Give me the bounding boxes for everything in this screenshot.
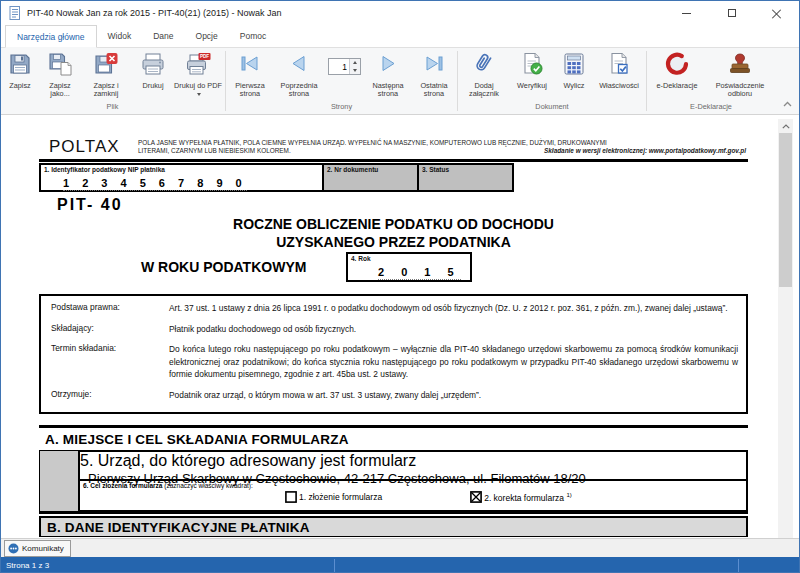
ribbon-tab-bar: Narzędzia główne Widok Dane Opcje Pomoc (1, 25, 799, 48)
checkbox-empty-icon (285, 491, 297, 503)
edeclarations-logo-icon (664, 51, 690, 81)
properties-button[interactable]: Właściwości (593, 49, 645, 90)
checkbox-checked-icon (470, 491, 482, 503)
print-button[interactable]: Drukuj (134, 49, 172, 90)
group-separator (646, 51, 647, 111)
printer-icon (140, 51, 166, 81)
next-page-button[interactable]: Następna strona (364, 49, 412, 99)
tab-dane[interactable]: Dane (142, 25, 184, 47)
legal-text: Płatnik podatku dochodowego od osób fizy… (169, 323, 738, 336)
electronic-filing-note: Składanie w wersji elektronicznej: www.p… (544, 147, 746, 155)
calculator-icon (561, 51, 587, 81)
field-nr-dokumentu: 2. Nr dokumentu (322, 163, 419, 192)
form-header-note: POLA JASNE WYPEŁNIA PŁATNIK, POLA CIEMNE… (138, 139, 746, 155)
section-a-title: A. MIEJSCE I CEL SKŁADANIA FORMULARZA (39, 428, 748, 450)
maximize-button[interactable] (709, 1, 754, 25)
header-note-line1: POLA JASNE WYPEŁNIA PŁATNIK, POLA CIEMNE… (138, 139, 746, 147)
field-status: 3. Status (417, 163, 514, 192)
previous-page-button[interactable]: Poprzednia strona (273, 49, 325, 99)
legal-label: Otrzymuje: (51, 389, 169, 402)
footnote-marker: 1) (566, 492, 571, 498)
floppy-disk-icon (7, 51, 33, 81)
application-window: PIT-40 Nowak Jan za rok 2015 - PIT-40(21… (0, 0, 800, 573)
status-divider (738, 559, 739, 572)
scrollbar-up-button[interactable] (778, 119, 793, 133)
tab-narzedzia-glowne[interactable]: Narzędzia główne (5, 25, 97, 48)
add-attachment-button[interactable]: Dodaj załącznik (459, 49, 509, 99)
section-b-title: B. DANE IDENTYFIKACYJNE PŁATNIKA (39, 516, 748, 537)
messages-tab-label: Komunikaty (22, 544, 64, 553)
legal-text: Podatnik oraz urząd, o którym mowa w art… (169, 389, 738, 402)
receipt-confirmation-button[interactable]: Poświadczenie odbioru (706, 49, 774, 99)
dropdown-caret-icon (197, 93, 201, 96)
paperclip-icon (471, 51, 497, 81)
messages-tab[interactable]: Komunikaty (4, 540, 71, 557)
spinner-up-button[interactable] (350, 59, 360, 67)
field-urzad-label: 5. Urząd, do którego adresowany jest for… (80, 452, 746, 470)
header-rule (39, 159, 748, 162)
stamp-icon (727, 51, 753, 81)
spinner-down-button[interactable] (350, 67, 360, 75)
minimize-button[interactable] (664, 1, 709, 25)
field-rok[interactable]: 4. Rok 2 0 1 5 (346, 252, 472, 282)
poltax-logo: POLTAX (49, 137, 120, 157)
next-page-icon (375, 51, 401, 81)
minimize-icon (682, 13, 691, 14)
tab-widok[interactable]: Widok (97, 25, 143, 47)
svg-text:PDF: PDF (200, 54, 209, 59)
save-button[interactable]: Zapisz (1, 49, 39, 90)
page-number-input[interactable] (329, 59, 349, 74)
checkbox-korekta-formularza[interactable]: 2. korekta formularza 1) (470, 491, 572, 503)
print-to-pdf-button[interactable]: PDF Drukuj do PDF (172, 49, 224, 99)
field-rok-value[interactable]: 2 0 1 5 (378, 266, 461, 280)
tab-opcje[interactable]: Opcje (185, 25, 229, 47)
checkbox-zlozenie-formularza[interactable]: 1. złożenie formularza (285, 491, 382, 503)
group-strony: Pierwsza strona Poprzednia strona Następ… (227, 48, 456, 114)
floppy-disk-page-icon (47, 51, 73, 81)
field-rok-label: 4. Rok (348, 254, 470, 262)
group-label-edeklaracje: E-Deklaracje (648, 102, 774, 114)
spinner-up-icon (353, 61, 357, 64)
group-label-strony: Strony (227, 102, 456, 114)
window-title: PIT-40 Nowak Jan za rok 2015 - PIT-40(21… (27, 8, 282, 18)
page-status: Strona 1 z 3 (6, 561, 49, 570)
document-properties-icon (606, 51, 632, 81)
legal-info-box: Podstawa prawna: Art. 37 ust. 1 ustawy z… (39, 294, 748, 414)
field-urzad[interactable]: 5. Urząd, do którego adresowany jest for… (78, 450, 748, 481)
scrollbar-thumb[interactable] (779, 133, 792, 287)
form-title-line1: ROCZNE OBLICZENIE PODATKU OD DOCHODU (39, 216, 748, 232)
vertical-scrollbar[interactable] (778, 119, 793, 538)
legal-text: Do końca lutego roku następującego po ro… (169, 343, 738, 381)
messages-icon (8, 543, 19, 554)
ribbon-collapse-button[interactable] (780, 98, 794, 110)
legal-label: Termin składania: (51, 343, 169, 381)
save-as-button[interactable]: Zapisz jako... (39, 49, 81, 99)
last-page-button[interactable]: Ostatnia strona (412, 49, 456, 99)
field-nip-label: 1. Identyfikator podatkowy NIP płatnika (41, 165, 322, 173)
group-dokument: Dodaj załącznik Weryfikuj Wylicz Właściw… (459, 48, 645, 114)
group-label-plik: Plik (1, 102, 224, 114)
group-edeklaracje: e-Deklaracje Poświadczenie odbioru E-Dek… (648, 48, 774, 114)
form-code: PIT- 40 (57, 196, 123, 214)
section-b: B. DANE IDENTYFIKACYJNE PŁATNIKA * - dot… (39, 512, 748, 538)
calculate-button[interactable]: Wylicz (555, 49, 593, 90)
printer-pdf-icon: PDF (185, 51, 211, 81)
edeclarations-button[interactable]: e-Deklaracje (648, 49, 706, 90)
status-divider (334, 559, 335, 572)
page-number-spinner[interactable] (328, 58, 361, 75)
legal-row: Podstawa prawna: Art. 37 ust. 1 ustawy z… (51, 302, 738, 315)
header-note-line2: LITERAMI, CZARNYM LUB NIEBIESKIM KOLOREM… (138, 147, 291, 155)
field-nip[interactable]: 1. Identyfikator podatkowy NIP płatnika … (39, 163, 324, 192)
tab-pomoc[interactable]: Pomoc (229, 25, 277, 47)
field-nip-value[interactable]: 1 2 3 4 5 6 7 8 9 0 (63, 177, 247, 191)
app-document-icon (9, 6, 21, 20)
verify-button[interactable]: Weryfikuj (509, 49, 555, 90)
group-label-dokument: Dokument (459, 102, 645, 114)
checkbox-label: 1. złożenie formularza (299, 492, 382, 502)
close-button[interactable] (754, 1, 799, 25)
group-separator (225, 51, 226, 111)
section-a: A. MIEJSCE I CEL SKŁADANIA FORMULARZA 5.… (39, 425, 748, 512)
status-bar: Strona 1 z 3 (1, 557, 799, 573)
save-and-close-button[interactable]: Zapisz i zamknij (81, 49, 131, 99)
first-page-button[interactable]: Pierwsza strona (227, 49, 273, 99)
